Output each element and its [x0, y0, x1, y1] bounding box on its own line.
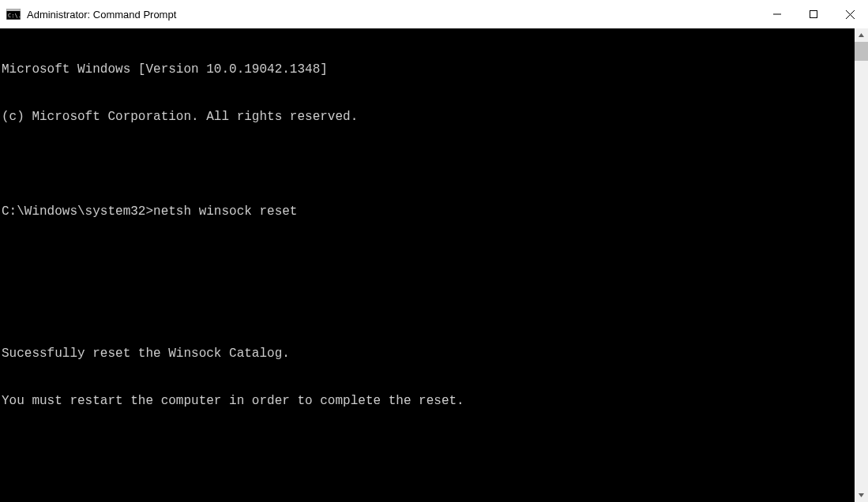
- minimize-button[interactable]: [759, 0, 795, 28]
- terminal-line: [2, 298, 855, 314]
- vertical-scrollbar[interactable]: [855, 28, 868, 502]
- terminal-line: (c) Microsoft Corporation. All rights re…: [2, 109, 855, 125]
- terminal-line: [2, 488, 855, 502]
- terminal-line: Microsoft Windows [Version 10.0.19042.13…: [2, 62, 855, 77]
- close-button[interactable]: [832, 0, 868, 28]
- svg-text:C:\.: C:\.: [8, 13, 21, 19]
- window-titlebar: C:\. Administrator: Command Prompt: [0, 0, 868, 28]
- terminal-line: You must restart the computer in order t…: [2, 393, 855, 409]
- prompt: C:\Windows\system32>: [2, 204, 153, 219]
- scroll-up-button[interactable]: [855, 28, 868, 42]
- window-controls: [759, 0, 868, 28]
- maximize-button[interactable]: [795, 0, 832, 28]
- scrollbar-thumb[interactable]: [855, 42, 868, 61]
- terminal-output[interactable]: Microsoft Windows [Version 10.0.19042.13…: [0, 28, 855, 502]
- terminal-line: [2, 440, 855, 456]
- command-text: netsh winsock reset: [153, 204, 297, 219]
- svg-rect-5: [810, 11, 817, 18]
- cmd-icon: C:\.: [6, 7, 21, 21]
- content-area: Microsoft Windows [Version 10.0.19042.13…: [0, 28, 868, 502]
- window-title: Administrator: Command Prompt: [27, 9, 176, 21]
- terminal-line: [2, 251, 855, 267]
- terminal-line: Sucessfully reset the Winsock Catalog.: [2, 346, 855, 362]
- terminal-line: [2, 156, 855, 172]
- scroll-down-button[interactable]: [855, 489, 868, 502]
- scrollbar-track[interactable]: [855, 42, 868, 489]
- terminal-line: C:\Windows\system32>netsh winsock reset: [2, 204, 855, 219]
